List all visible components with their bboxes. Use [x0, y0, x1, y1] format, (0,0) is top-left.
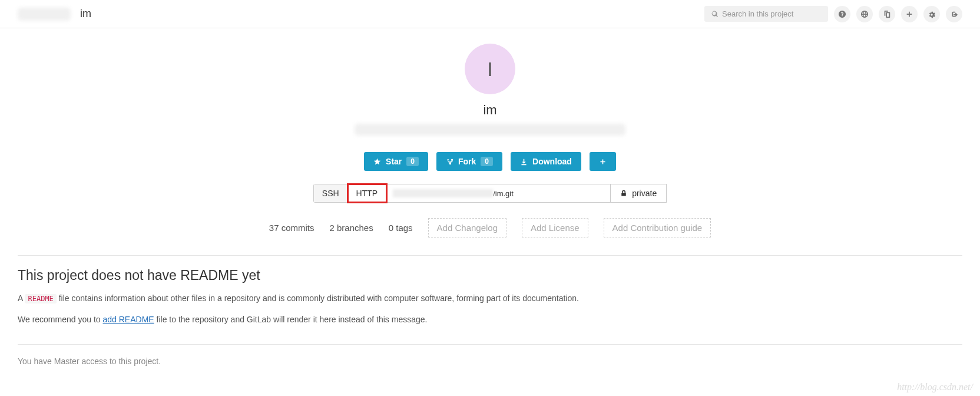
star-label: Star [386, 157, 402, 166]
star-count: 0 [406, 157, 419, 166]
gear-icon [928, 10, 936, 18]
clone-url-input[interactable]: /im.git [387, 184, 611, 203]
star-icon [373, 158, 381, 166]
header-bar: im Search in this project [0, 0, 980, 28]
globe-icon [860, 10, 869, 18]
stats-row: 37 commits 2 branches 0 tags Add Changel… [18, 218, 962, 237]
search-placeholder: Search in this project [722, 9, 793, 18]
project-avatar: I [465, 44, 515, 94]
globe-button[interactable] [856, 6, 873, 22]
settings-button[interactable] [923, 6, 940, 22]
help-icon [838, 10, 846, 18]
fork-button[interactable]: Fork 0 [436, 152, 502, 171]
copy-icon [883, 10, 891, 18]
access-note: You have Master access to this project. [18, 357, 962, 366]
add-changelog-button[interactable]: Add Changelog [428, 218, 506, 237]
readme-notice: This project does not have README yet A … [18, 268, 962, 326]
signout-button[interactable] [946, 6, 962, 22]
download-icon [520, 158, 528, 166]
visibility-badge: private [611, 184, 667, 203]
plus-icon [905, 10, 913, 18]
header-actions: Search in this project [704, 6, 962, 22]
add-contribution-button[interactable]: Add Contribution guide [604, 218, 711, 237]
divider [18, 344, 962, 345]
breadcrumb: im [18, 8, 91, 21]
add-readme-link[interactable]: add README [102, 315, 154, 324]
project-name: im [18, 103, 962, 118]
readme-code: README [25, 294, 56, 303]
ssh-toggle[interactable]: SSH [314, 184, 348, 202]
readme-line1: A README file contains information about… [18, 292, 962, 305]
project-description-blur [355, 124, 625, 136]
breadcrumb-owner-blur [18, 8, 71, 21]
readme-line2: We recommend you to add README file to t… [18, 313, 962, 326]
download-label: Download [532, 157, 572, 166]
add-license-button[interactable]: Add License [522, 218, 588, 237]
lock-icon [620, 190, 627, 197]
main-content: I im Star 0 Fork 0 Download [0, 28, 980, 372]
search-input[interactable]: Search in this project [704, 6, 828, 22]
visibility-label: private [632, 189, 657, 198]
readme-heading: This project does not have README yet [18, 268, 962, 283]
divider [18, 255, 962, 256]
add-button[interactable] [590, 152, 616, 171]
http-toggle[interactable]: HTTP [348, 184, 387, 202]
branches-stat[interactable]: 2 branches [330, 223, 373, 233]
clone-row: SSH HTTP /im.git private [18, 184, 962, 203]
project-header: I im Star 0 Fork 0 Download [18, 40, 962, 237]
fork-count: 0 [481, 157, 493, 166]
protocol-toggle: SSH HTTP [313, 184, 387, 203]
breadcrumb-project[interactable]: im [80, 8, 91, 20]
fork-icon [446, 158, 453, 166]
download-button[interactable]: Download [511, 152, 581, 171]
search-icon [711, 11, 719, 18]
tags-stat[interactable]: 0 tags [389, 223, 413, 233]
action-buttons: Star 0 Fork 0 Download [18, 152, 962, 171]
help-button[interactable] [834, 6, 850, 22]
star-button[interactable]: Star 0 [364, 152, 428, 171]
plus-button[interactable] [901, 6, 918, 22]
commits-stat[interactable]: 37 commits [269, 223, 314, 233]
copy-button[interactable] [879, 6, 895, 22]
plus-icon [599, 158, 607, 166]
signout-icon [950, 10, 958, 18]
clone-url-suffix: /im.git [493, 189, 514, 198]
fork-label: Fork [458, 157, 476, 166]
avatar-letter: I [487, 58, 492, 81]
clone-url-host-blur [393, 189, 493, 197]
